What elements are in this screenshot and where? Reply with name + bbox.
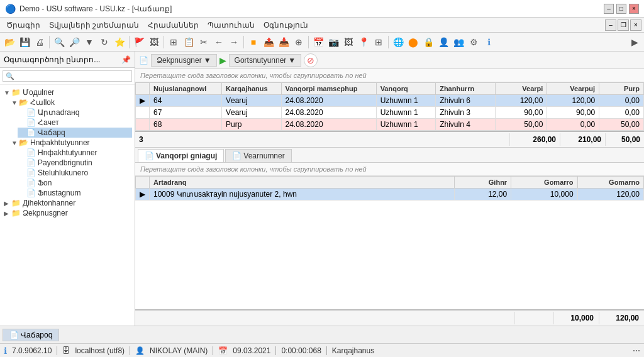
page-icon-hafakh: 📄 bbox=[26, 148, 36, 157]
tree-fon[interactable]: 📄 Ֆon bbox=[18, 178, 132, 188]
lower-col-total[interactable]: Gomarno bbox=[577, 177, 643, 189]
tb-filter-btn[interactable]: 🔎 bbox=[67, 35, 81, 49]
table-row[interactable]: 68 Purp 24.08.2020 Uzhuwnn 1 Zhivuln 4 5… bbox=[136, 119, 644, 131]
tb-globe-btn[interactable]: 🌐 bbox=[391, 35, 405, 49]
tb-arrow-btn[interactable]: ← bbox=[212, 35, 226, 49]
tree-zhayger[interactable]: 📄 Հaчет bbox=[18, 118, 132, 128]
tb-search-btn[interactable]: 🔍 bbox=[52, 35, 66, 49]
lower-col-qty[interactable]: Gihnr bbox=[454, 177, 511, 189]
stop-button[interactable]: ⊘ bbox=[304, 53, 318, 67]
expand-icon-vajcarq bbox=[19, 129, 26, 136]
tb-lock-btn[interactable]: 🔒 bbox=[421, 35, 435, 49]
tree-hanol-label: Հաllok bbox=[30, 98, 55, 107]
content-toolbar: 📄 Ձekpnusgner ▼ ▶ Gortsnutyunner ▼ ⊘ bbox=[135, 52, 644, 69]
page-icon-vajcarq: 📄 bbox=[26, 128, 36, 137]
tree-fnus[interactable]: 📄 Ֆnustagnum bbox=[18, 188, 132, 198]
tb-settings-btn[interactable]: ⚙ bbox=[467, 35, 480, 49]
tb-copy-btn[interactable]: ⊞ bbox=[167, 35, 180, 49]
tree-hafakh[interactable]: 📄 Hnфakhtutyunner bbox=[18, 148, 132, 158]
menu-close-btn[interactable]: × bbox=[630, 19, 641, 31]
col-client[interactable]: Vanqorq bbox=[376, 83, 436, 95]
col-provider[interactable]: Zhanhurrn bbox=[436, 83, 496, 95]
menu-database[interactable]: Տվյալների շտեմարան bbox=[45, 19, 143, 31]
lower-table-row[interactable]: ▶ 10009 Կnտusakтayin nujusyanuter 2, hwn… bbox=[136, 189, 644, 200]
bottom-tab-label: Վаճaроq bbox=[21, 331, 52, 339]
menu-program[interactable]: Ծրագիր bbox=[3, 19, 44, 31]
tabs-section: 📄 Vanqorpi gniaguj 📄 Vearnumner Перетащи… bbox=[135, 148, 644, 326]
tree-dihektor[interactable]: ▶ 📁 Дihektonhanner bbox=[3, 198, 132, 208]
menu-commands[interactable]: Հրամաններ bbox=[144, 19, 203, 31]
tb-arrow2-btn[interactable]: → bbox=[227, 35, 241, 49]
sidebar-search-input[interactable] bbox=[3, 70, 132, 82]
tb-img-btn[interactable]: 🖼 bbox=[147, 35, 161, 49]
tb-right-arrow-btn[interactable]: ▶ bbox=[628, 35, 641, 49]
minimize-button[interactable]: – bbox=[604, 4, 614, 14]
tree-modules[interactable]: ▼ 📁 Մoдulner bbox=[3, 87, 132, 97]
tb-import-btn[interactable]: 📥 bbox=[277, 35, 291, 49]
tree-vajcarq[interactable]: 📄 Վаճарq bbox=[18, 128, 132, 138]
col-type[interactable]: Karqajhanus bbox=[222, 83, 282, 95]
tb-print-btn[interactable]: 🖨 bbox=[33, 35, 47, 49]
maximize-button[interactable]: □ bbox=[616, 4, 626, 14]
tree-steluh[interactable]: 📄 Steluhlukunero bbox=[18, 168, 132, 178]
lower-col-name[interactable]: Artadranq bbox=[150, 177, 455, 189]
col-date[interactable]: Vanqorpi mamsephup bbox=[281, 83, 376, 95]
status-db-icon: 🗄 bbox=[62, 346, 70, 355]
tb-star-btn[interactable]: ⭐ bbox=[113, 35, 126, 49]
menu-help[interactable]: Օգնություն bbox=[260, 19, 312, 31]
tree-artadranq-label: Արտadraнq bbox=[38, 108, 79, 117]
tree-paymentnuit[interactable]: 📄 Payendbrignutin bbox=[18, 158, 132, 168]
tb-image-btn[interactable]: 🖼 bbox=[341, 35, 355, 49]
tb-camera-btn[interactable]: 📷 bbox=[326, 35, 340, 49]
tb-funnel-btn[interactable]: ▼ bbox=[82, 35, 96, 49]
tree-dzekpnus[interactable]: ▶ 📁 Ձekpnusgner bbox=[3, 208, 132, 218]
tab-payments-icon: 📄 bbox=[232, 151, 242, 160]
tb-yellow-btn[interactable]: ■ bbox=[247, 35, 260, 49]
table-row[interactable]: 67 Vеaruj 24.08.2020 Uzhuwnn 1 Zhivuln 3… bbox=[136, 107, 644, 119]
col-debt[interactable]: Purp bbox=[599, 83, 644, 95]
tb-pin-btn[interactable]: 📍 bbox=[357, 35, 370, 49]
status-sep-4 bbox=[275, 346, 276, 355]
menu-window[interactable]: Պատուհան bbox=[204, 19, 258, 31]
upper-table-section: Перетащите сюда заголовок колонки, чтобы… bbox=[135, 69, 644, 148]
table-row[interactable]: ▶ 64 Vеaruj 24.08.2020 Uzhuwnn 1 Zhivuln… bbox=[136, 95, 644, 107]
tb-person-btn[interactable]: 👤 bbox=[436, 35, 450, 49]
lower-col-price[interactable]: Gomarro bbox=[511, 177, 577, 189]
tb-calendar-btn[interactable]: 📅 bbox=[311, 35, 325, 49]
tab-goods[interactable]: 📄 Vanqorpi gniaguj bbox=[138, 149, 224, 162]
tb-cut-btn[interactable]: ✂ bbox=[197, 35, 211, 49]
menu-minimize-btn[interactable]: – bbox=[605, 19, 616, 31]
tb-person2-btn[interactable]: 👥 bbox=[452, 35, 465, 49]
tree-hanol[interactable]: ▼ 📂 Հաllok bbox=[10, 97, 132, 107]
tb-refresh-btn[interactable]: ↻ bbox=[97, 35, 111, 49]
menu-restore-btn[interactable]: ❐ bbox=[618, 19, 629, 31]
tb-grid-btn[interactable]: ⊞ bbox=[372, 35, 386, 49]
tb-open-btn[interactable]: 📂 bbox=[3, 35, 16, 49]
bottom-tab-vajcarq[interactable]: 📄 Վаճaроq bbox=[3, 329, 59, 341]
tb-flag-btn[interactable]: 🚩 bbox=[132, 35, 146, 49]
tb-export-btn[interactable]: 📤 bbox=[262, 35, 275, 49]
tb-save-btn[interactable]: 💾 bbox=[18, 35, 31, 49]
status-sep-2 bbox=[130, 346, 130, 355]
tb-circle-btn[interactable]: ⬤ bbox=[406, 35, 420, 49]
col-paid[interactable]: Vearpuj bbox=[547, 83, 599, 95]
sidebar-pin-icon[interactable]: 📌 bbox=[121, 55, 131, 64]
action-dropdown-btn[interactable]: Gortsnutyunner ▼ bbox=[229, 54, 302, 67]
tb-paste-btn[interactable]: 📋 bbox=[182, 35, 196, 49]
lower-cell-total: 120,00 bbox=[577, 189, 643, 200]
expand-icon-artadranq bbox=[19, 109, 26, 116]
row-arrow: ▶ bbox=[136, 95, 150, 107]
tree-artadranq[interactable]: 📄 Արտadraнq bbox=[18, 107, 132, 118]
col-amount[interactable]: Vearpi bbox=[495, 83, 547, 95]
close-button[interactable]: × bbox=[629, 4, 639, 14]
expand-icon-zhayger bbox=[19, 119, 26, 126]
lower-cell-qty: 12,00 bbox=[454, 189, 511, 200]
tab-payments[interactable]: 📄 Vearnumner bbox=[225, 149, 291, 162]
tb-info-btn[interactable]: ℹ bbox=[482, 35, 496, 49]
tb-expand-btn[interactable]: ⊕ bbox=[292, 35, 306, 49]
expand-icon-fon bbox=[19, 180, 26, 187]
tree-group2[interactable]: ▼ 📂 Hnфakhtutyunner bbox=[10, 138, 132, 148]
row-arrow bbox=[136, 119, 150, 131]
filter-dropdown-btn[interactable]: Ձekpnusgner ▼ bbox=[151, 54, 217, 67]
col-id[interactable]: Nujuslanagnowl bbox=[150, 83, 222, 95]
